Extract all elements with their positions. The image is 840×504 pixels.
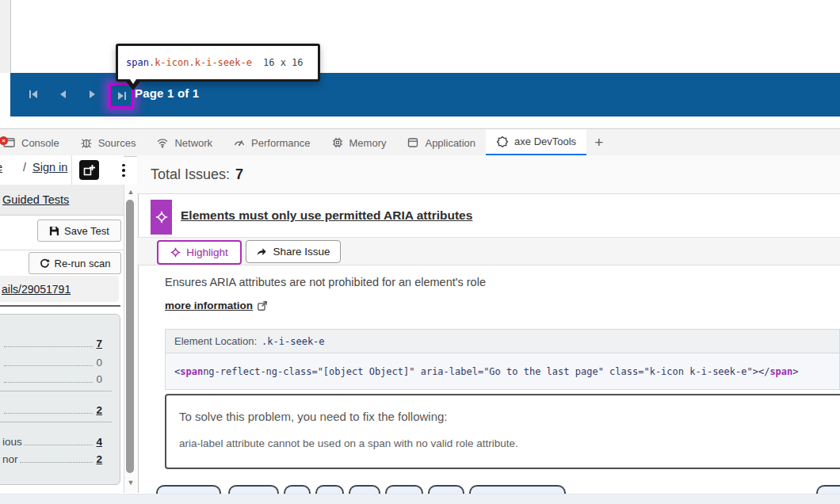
summary-divider (0, 391, 112, 391)
tab-label: Memory (349, 137, 387, 149)
summary-count[interactable]: 7 (96, 338, 102, 349)
summary-divider (0, 422, 112, 422)
sidebar-toolbar: e / Sign in (0, 155, 124, 185)
summary-row[interactable]: 2 (2, 404, 102, 417)
more-options-menu-button[interactable] (116, 162, 131, 178)
summary-count[interactable]: 2 (96, 453, 102, 465)
solve-title: To solve this problem, you need to fix t… (179, 410, 448, 423)
save-test-button[interactable]: Save Test (37, 220, 121, 242)
how-to-solve-box: To solve this problem, you need to fix t… (165, 394, 840, 469)
issue-title-link[interactable]: Elements must only use permitted ARIA at… (181, 208, 472, 223)
highlight-label: Highlight (186, 246, 228, 258)
code-tag-open: span (180, 366, 203, 377)
summary-count: 0 (96, 357, 102, 368)
tab-label: axe DevTools (514, 136, 576, 147)
total-issues-count: 7 (235, 166, 243, 183)
element-html-snippet: <span ng-reflect-ng-class="[object Objec… (165, 353, 840, 390)
tab-console[interactable]: × Console (0, 129, 70, 156)
pager-page-label: Page 1 of 1 (135, 86, 199, 100)
tab-network[interactable]: Network (146, 129, 223, 156)
code-attributes: ng-reflect-ng-class="[object Object]" ar… (203, 366, 753, 377)
summary-count[interactable]: 4 (96, 436, 102, 448)
gauge-icon (233, 136, 246, 149)
share-issue-label: Share Issue (273, 246, 330, 258)
solve-detail: aria-label attribute cannot be used on a… (179, 437, 518, 449)
tab-label: Performance (251, 137, 310, 149)
open-new-window-button[interactable] (79, 160, 99, 180)
tab-label: Network (174, 137, 212, 149)
save-test-label: Save Test (64, 225, 109, 237)
save-icon (49, 226, 59, 236)
new-tab-button[interactable]: + (586, 129, 611, 156)
summary-count[interactable]: 2 (96, 404, 102, 416)
element-location-label: Element Location: (174, 335, 257, 347)
summary-row-total[interactable]: 7 (2, 338, 102, 350)
arrow-right-icon (86, 88, 98, 101)
scrollbar-thumb[interactable] (126, 200, 134, 473)
highlight-button[interactable]: Highlight (157, 240, 242, 265)
tooltip-tail-inner (128, 77, 138, 84)
tab-memory[interactable]: Memory (321, 129, 397, 156)
toolbar-divider (71, 155, 72, 185)
devtools-tab-bar: × Console Sources Network Performance Me… (0, 128, 840, 157)
tab-label: Sources (98, 137, 136, 149)
previous-page-button[interactable] (52, 82, 75, 106)
next-page-button[interactable] (80, 82, 104, 106)
cut-off-link-fragment[interactable]: e (0, 161, 2, 174)
sign-in-link[interactable]: Sign in (32, 161, 67, 174)
highlight-diamond-icon (170, 247, 181, 258)
highlight-diamond-icon (155, 211, 168, 223)
first-page-button[interactable] (21, 82, 45, 106)
tab-axe-devtools[interactable]: axe DevTools (486, 129, 586, 156)
code-tag-close: span (769, 366, 792, 377)
issue-type-icon-tile (151, 200, 172, 235)
seek-west-icon (27, 88, 40, 101)
issue-description: Ensures ARIA attributes are not prohibit… (165, 276, 486, 288)
bottom-strip (0, 494, 840, 504)
scroll-up-arrow[interactable]: ▲ (126, 188, 136, 196)
devtools-window: Page 1 of 1 span.k-icon.k-i-seek-e 16 x … (0, 0, 840, 504)
guided-tests-tab[interactable]: Guided Tests (0, 185, 124, 216)
tab-performance[interactable]: Performance (223, 129, 320, 156)
scroll-down-arrow[interactable]: ▼ (126, 479, 136, 487)
total-issues-header: Total Issues: 7 (137, 155, 840, 194)
summary-row-serious[interactable]: ious4 (2, 436, 102, 449)
bug-icon (80, 136, 93, 149)
test-details-link-box[interactable]: ails/29051791 (0, 276, 119, 302)
arrow-left-icon (57, 88, 70, 101)
summary-row: 0 (2, 373, 102, 386)
guided-tests-label: Guided Tests (2, 193, 69, 206)
chip-icon (331, 136, 344, 149)
summary-row-minor[interactable]: nor2 (2, 453, 102, 466)
share-arrow-icon (256, 246, 267, 257)
tab-application[interactable]: Application (396, 129, 486, 156)
application-icon (407, 136, 419, 149)
tab-sources[interactable]: Sources (70, 129, 147, 156)
inspect-tooltip: span.k-icon.k-i-seek-e 16 x 16 (116, 44, 320, 82)
tooltip-classes: .k-icon.k-i-seek-e (149, 57, 252, 68)
summary-row: 0 (2, 357, 102, 369)
share-issue-button[interactable]: Share Issue (246, 240, 341, 263)
summary-count: 0 (96, 373, 102, 385)
external-link-icon (257, 300, 268, 311)
wifi-icon (156, 136, 169, 149)
page-left-gutter (0, 0, 11, 73)
refresh-icon (40, 258, 50, 269)
issue-action-row (137, 238, 840, 265)
total-issues-label: Total Issues: (151, 166, 230, 183)
element-location-header: Element Location: .k-i-seek-e (165, 329, 840, 353)
seek-east-icon (115, 90, 128, 102)
axe-logo-icon (496, 136, 509, 148)
tab-label: Application (425, 137, 475, 149)
sidebar-divider (0, 305, 120, 307)
element-selector: .k-i-seek-e (262, 336, 324, 347)
breadcrumb-separator: / (23, 161, 26, 174)
tab-label: Console (21, 137, 59, 149)
tooltip-dimensions: 16 x 16 (263, 57, 304, 68)
more-information-link[interactable]: more information (165, 300, 268, 311)
test-details-link[interactable]: ails/29051791 (2, 283, 71, 296)
sidebar-row-divider (0, 250, 124, 250)
tooltip-tag: span (126, 57, 149, 68)
rerun-scan-label: Re-run scan (55, 258, 111, 269)
rerun-scan-button[interactable]: Re-run scan (29, 252, 121, 274)
